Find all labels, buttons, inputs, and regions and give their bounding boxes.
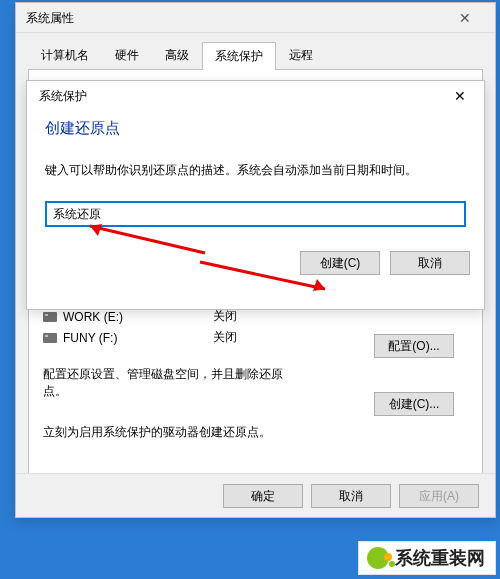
main-footer: 确定 取消 应用(A) (16, 473, 495, 517)
restore-point-name-input[interactable] (45, 201, 466, 227)
modal-title-text: 系统保护 (39, 88, 87, 105)
tab-advanced[interactable]: 高级 (152, 41, 202, 69)
modal-footer: 创建(C) 取消 (27, 233, 484, 285)
config-description: 配置还原设置、管理磁盘空间，并且删除还原点。 (43, 366, 303, 400)
modal-create-button[interactable]: 创建(C) (300, 251, 380, 275)
drive-icon (43, 312, 57, 322)
close-icon[interactable]: ✕ (440, 88, 480, 104)
watermark-text: 系统重装网 (395, 546, 485, 570)
tab-computer-name[interactable]: 计算机名 (28, 41, 102, 69)
configure-button[interactable]: 配置(O)... (374, 334, 454, 358)
drive-status: 关闭 (213, 308, 237, 325)
watermark: 系统重装网 (358, 541, 496, 575)
modal-cancel-button[interactable]: 取消 (390, 251, 470, 275)
tab-hardware[interactable]: 硬件 (102, 41, 152, 69)
drive-name: WORK (E:) (63, 310, 123, 324)
main-title-text: 系统属性 (26, 3, 74, 33)
drive-name: FUNY (F:) (63, 331, 117, 345)
main-titlebar[interactable]: 系统属性 ✕ (16, 3, 495, 33)
drive-status: 关闭 (213, 329, 237, 346)
modal-titlebar[interactable]: 系统保护 ✕ (27, 81, 484, 111)
modal-heading: 创建还原点 (27, 111, 484, 140)
cancel-button[interactable]: 取消 (311, 484, 391, 508)
tab-strip: 计算机名 硬件 高级 系统保护 远程 (28, 41, 483, 70)
modal-body: 键入可以帮助你识别还原点的描述。系统会自动添加当前日期和时间。 (27, 140, 484, 233)
create-restore-point-dialog: 系统保护 ✕ 创建还原点 键入可以帮助你识别还原点的描述。系统会自动添加当前日期… (26, 80, 485, 310)
tab-system-protection[interactable]: 系统保护 (202, 42, 276, 70)
ok-button[interactable]: 确定 (223, 484, 303, 508)
tab-remote[interactable]: 远程 (276, 41, 326, 69)
create-description: 立刻为启用系统保护的驱动器创建还原点。 (43, 424, 303, 441)
modal-description: 键入可以帮助你识别还原点的描述。系统会自动添加当前日期和时间。 (45, 162, 466, 179)
drive-icon (43, 333, 57, 343)
create-restore-point-button[interactable]: 创建(C)... (374, 392, 454, 416)
apply-button[interactable]: 应用(A) (399, 484, 479, 508)
watermark-logo-icon (367, 547, 389, 569)
close-icon[interactable]: ✕ (445, 3, 485, 33)
